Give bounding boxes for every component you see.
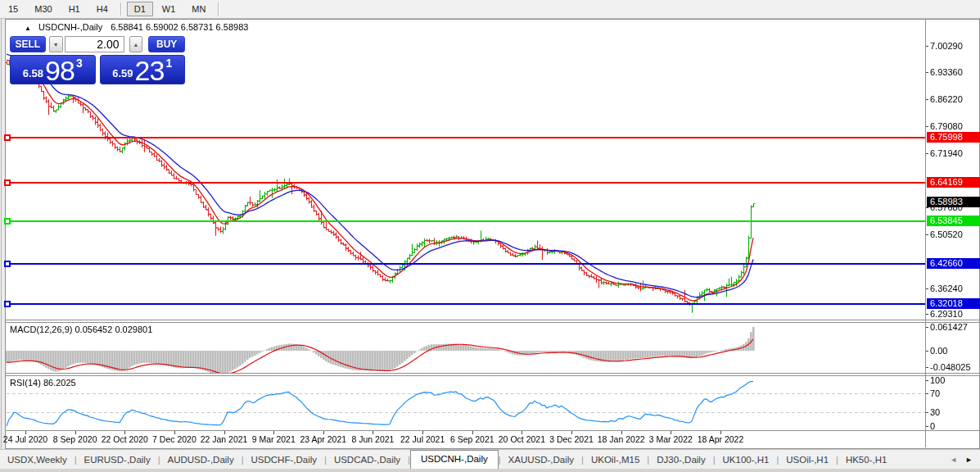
trade-controls-row: SELL ▼ ▲ BUY (10, 36, 185, 52)
timeframe-button-h1[interactable]: H1 (61, 2, 88, 16)
date-label: 22 Jan 2021 (201, 434, 248, 444)
price-tick-label: 6.93360 (930, 67, 979, 77)
timeframe-button-w1[interactable]: W1 (155, 2, 183, 16)
panel-splitter[interactable] (5, 322, 979, 323)
sell-price-pip-digit: 3 (76, 57, 83, 70)
date-label: 8 Sep 2020 (53, 434, 97, 444)
price-axis-separator (925, 20, 926, 447)
tab-eurusd-daily[interactable]: EURUSD-,Daily (77, 452, 158, 469)
collapse-triangle-icon[interactable]: ▲ (25, 25, 31, 32)
date-label: 24 Jul 2020 (3, 434, 47, 444)
tab-usdchf-daily[interactable]: USDCHF-,Daily (244, 452, 325, 469)
tab-usdcnh-daily[interactable]: USDCNH-,Daily (410, 450, 499, 470)
tab-usdcad-daily[interactable]: USDCAD-,Daily (327, 452, 408, 469)
chart-ohlc-values: 6.58841 6.59002 6.58731 6.58983 (111, 22, 248, 32)
tab-scroll-left-icon[interactable]: ◄ (946, 456, 961, 464)
panel-splitter[interactable] (5, 373, 979, 374)
rsi-tick-label: 70 (930, 388, 979, 398)
buy-price-pip-digit: 1 (165, 57, 172, 70)
price-tick-label: 6.79080 (930, 121, 979, 131)
date-label: 18 Apr 2022 (698, 434, 744, 444)
date-label: 23 Apr 2021 (300, 434, 347, 444)
rsi-indicator-title: RSI(14) 86.2025 (10, 378, 76, 388)
buy-price-display[interactable]: 6.59 23 1 (100, 55, 186, 84)
buy-price-prefix: 6.59 (112, 67, 133, 79)
date-label: 22 Oct 2020 (102, 434, 148, 444)
price-tick-label: 7.00290 (930, 41, 979, 51)
volume-increase-button[interactable]: ▲ (129, 36, 143, 52)
rsi-tick-label: 100 (930, 375, 979, 385)
timeframe-button-d1[interactable]: D1 (127, 2, 153, 16)
price-level-label: 6.53845 (927, 216, 980, 226)
buy-button[interactable]: BUY (148, 36, 185, 52)
rsi-tick-label: 0 (930, 421, 979, 431)
sell-price-big-digits: 98 (45, 58, 75, 83)
date-label: 3 Dec 2021 (549, 434, 594, 444)
price-tick-label: 6.71940 (930, 148, 979, 158)
toolbar-separator (120, 2, 122, 16)
toolbar-separator (218, 2, 219, 16)
tab-hk50-h1[interactable]: HK50-,H1 (838, 452, 895, 469)
buy-price-big-digits: 23 (135, 58, 165, 83)
tab-ukoil-m15[interactable]: UKOil-,M15 (584, 452, 647, 469)
timeframe-button-m30[interactable]: M30 (27, 2, 59, 16)
panel-splitter[interactable] (5, 375, 979, 376)
macd-tick-label: -0.048025 (930, 362, 979, 372)
price-level-label: 6.42660 (927, 258, 980, 269)
price-level-label: 6.75998 (927, 132, 980, 143)
price-tick-label: 6.29310 (930, 309, 979, 319)
volume-input[interactable] (65, 36, 124, 52)
date-label: 8 Jun 2021 (351, 434, 394, 444)
trade-price-row: 6.58 98 3 6.59 23 1 (10, 55, 185, 84)
date-label: 6 Sep 2021 (450, 434, 495, 444)
price-level-label: 6.32018 (927, 298, 980, 309)
tab-scroll-arrows: ◄ ► (946, 456, 980, 464)
timeframe-button-15[interactable]: 15 (1, 2, 25, 16)
macd-indicator-title: MACD(12,26,9) 0.056452 0.029801 (10, 324, 152, 334)
price-level-label: 6.64169 (927, 177, 980, 188)
tab-usoil-h1[interactable]: USOil-,H1 (779, 452, 836, 469)
volume-decrease-button[interactable]: ▼ (49, 36, 63, 52)
price-tick-label: 6.36240 (930, 284, 979, 293)
current-price-label: 6.58983 (927, 197, 980, 207)
timeframe-button-mn[interactable]: MN (184, 2, 213, 16)
macd-tick-label: 0.061427 (930, 322, 979, 332)
price-tick-label: 6.86220 (930, 94, 979, 104)
date-label: 3 Mar 2022 (649, 434, 693, 444)
trading-platform-window: 15M30H1H4D1W1MN ▲USDCNH-,Daily6.58841 6.… (0, 0, 980, 472)
date-label: 20 Oct 2021 (499, 434, 545, 444)
timeframe-button-h4[interactable]: H4 (89, 2, 115, 16)
sell-price-prefix: 6.58 (23, 67, 43, 79)
tab-usdx-weekly[interactable]: USDX,Weekly (0, 452, 75, 469)
rsi-tick-label: 30 (930, 407, 979, 417)
tab-scroll-right-icon[interactable]: ► (961, 456, 977, 464)
chart-symbol-title: USDCNH-,Daily (38, 22, 102, 32)
one-click-trade-panel: SELL ▼ ▲ BUY 6.58 98 3 6.59 23 1 (10, 36, 185, 84)
date-label: 9 Mar 2021 (252, 434, 296, 444)
bottom-dock-strip (0, 469, 980, 472)
timeframe-toolbar: 15M30H1H4D1W1MN (0, 0, 980, 19)
chart-tabs: USDX,Weekly|EURUSD-,Daily|AUDUSD-,Daily|… (0, 451, 894, 470)
price-tick-label: 6.50520 (930, 229, 979, 239)
chart-header: ▲USDCNH-,Daily6.58841 6.59002 6.58731 6.… (25, 22, 248, 32)
tab-dj30-daily[interactable]: DJ30-,Daily (649, 452, 712, 469)
tab-xauusd-daily[interactable]: XAUUSD-,Daily (501, 452, 582, 469)
date-label: 22 Jul 2021 (400, 434, 445, 444)
sell-price-display[interactable]: 6.58 98 3 (10, 55, 96, 84)
tab-audusd-daily[interactable]: AUDUSD-,Daily (160, 452, 242, 469)
axis-separator (5, 430, 979, 431)
panel-splitter[interactable] (5, 320, 979, 320)
macd-tick-label: 0.00 (930, 346, 979, 356)
sell-button[interactable]: SELL (10, 36, 46, 52)
date-label: 18 Jan 2022 (598, 434, 645, 444)
chart-tab-bar: USDX,Weekly|EURUSD-,Daily|AUDUSD-,Daily|… (0, 449, 980, 470)
date-label: 7 Dec 2020 (152, 434, 196, 444)
tab-uk100-h1[interactable]: UK100-,H1 (716, 452, 777, 469)
